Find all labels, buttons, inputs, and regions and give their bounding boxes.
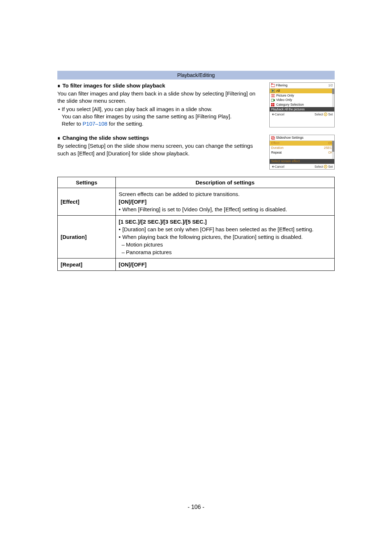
screen-title-row: Slideshow Settings <box>270 135 334 141</box>
footer-cancel[interactable]: Cancel <box>275 113 284 116</box>
scrollbar-thumb[interactable] <box>332 141 334 152</box>
back-icon <box>271 113 275 116</box>
list-item[interactable]: Repeat ON <box>270 150 334 155</box>
back-icon <box>271 165 275 168</box>
heading-filter: To filter images for slide show playback <box>57 82 264 89</box>
setting-desc: [ON]/[OFF] <box>116 258 335 271</box>
footer-set: Set <box>328 113 333 116</box>
para-filter: You can filter images and play them back… <box>57 90 264 105</box>
desc-note: When playing back the following pictures… <box>119 233 331 241</box>
footer-select: Select <box>315 113 323 116</box>
info-bar: Playback All the pictures <box>270 107 334 111</box>
svg-rect-14 <box>271 137 274 139</box>
link-p107[interactable]: P107 <box>83 121 95 127</box>
dial-icon <box>324 113 327 116</box>
setting-name: [Duration] <box>58 216 116 258</box>
scrollbar[interactable] <box>332 89 334 107</box>
svg-rect-6 <box>271 99 274 101</box>
table-row: [Duration] [1 SEC.]/[2 SEC.]/[3 SEC.]/[5… <box>58 216 335 258</box>
para-settings: By selecting [Setup] on the slide show m… <box>57 142 264 157</box>
desc-note: When [Filtering] is set to [Video Only],… <box>119 205 331 213</box>
table-row: [Repeat] [ON]/[OFF] <box>58 258 335 271</box>
item-value: 2SEC. <box>324 146 333 150</box>
list-item[interactable]: All <box>270 89 334 93</box>
svg-rect-15 <box>272 137 275 139</box>
setting-name: [Effect] <box>58 188 116 216</box>
page-number: - 106 - <box>0 504 392 510</box>
play-icon <box>271 89 275 93</box>
page-count: 1/2 <box>328 83 333 87</box>
screen-list: All Picture Only Video Only <box>270 89 334 107</box>
svg-rect-10 <box>271 105 273 106</box>
screen-list: Effect ON Duration 2SEC. Repeat ON <box>270 141 334 159</box>
svg-point-17 <box>325 166 326 167</box>
table-row: [Effect] Screen effects can be added to … <box>58 188 335 216</box>
dial-icon <box>324 165 327 168</box>
svg-rect-0 <box>271 84 275 87</box>
svg-rect-9 <box>273 103 274 105</box>
col-description: Description of settings <box>116 177 335 188</box>
footer-select: Select <box>315 165 323 168</box>
desc-line: Screen effects can be added to picture t… <box>119 190 331 198</box>
svg-point-13 <box>325 114 326 115</box>
slideshow-icon <box>271 136 275 140</box>
screen-filtering: Filtering 1/2 All Picture Only <box>269 82 335 127</box>
svg-rect-8 <box>271 103 273 105</box>
video-icon <box>271 98 275 102</box>
item-label: All <box>276 89 280 93</box>
list-item[interactable]: Duration 2SEC. <box>270 146 334 150</box>
screen-slideshow-settings: Slideshow Settings Effect ON Duration 2S… <box>269 135 335 170</box>
scrollbar-thumb[interactable] <box>332 89 334 94</box>
screen-title-row: Filtering 1/2 <box>270 83 334 89</box>
desc-subitem: Motion pictures <box>119 241 331 248</box>
section-header: Playback/Editing <box>57 71 335 80</box>
item-label: Category Selection <box>276 103 304 107</box>
col-settings: Settings <box>58 177 116 188</box>
bullet-filter-play: You can also filter images by using the … <box>58 113 264 120</box>
svg-rect-1 <box>271 83 273 84</box>
svg-point-5 <box>272 95 274 96</box>
desc-options: [1 SEC.]/[2 SEC.]/[3 SEC.]/[5 SEC.] <box>119 218 331 225</box>
camera-icon <box>271 94 275 97</box>
svg-rect-11 <box>273 105 274 106</box>
desc-options: [ON]/[OFF] <box>119 198 331 205</box>
item-label: Video Only <box>276 98 292 102</box>
item-label: Picture Only <box>276 94 294 98</box>
desc-options: [ON]/[OFF] <box>119 261 147 268</box>
category-icon <box>271 103 275 107</box>
heading-settings: Changing the slide show settings <box>57 135 264 141</box>
footer-cancel[interactable]: Cancel <box>275 165 284 168</box>
section-filter-images: To filter images for slide show playback… <box>57 82 335 127</box>
section-change-settings: Changing the slide show settings By sele… <box>57 135 335 170</box>
screen-title: Slideshow Settings <box>276 136 303 140</box>
list-item[interactable]: Category Selection <box>270 102 334 107</box>
list-item[interactable]: Effect ON <box>270 141 334 146</box>
manual-page: Playback/Editing To filter images for sl… <box>0 0 392 271</box>
bullet-all: If you select [All], you can play back a… <box>58 106 264 113</box>
text: for the setting. <box>107 121 143 127</box>
table-header-row: Settings Description of settings <box>58 177 335 188</box>
bullet-refer: Refer to P107–108 for the setting. <box>58 120 264 127</box>
spacer <box>270 155 334 159</box>
setting-desc: [1 SEC.]/[2 SEC.]/[3 SEC.]/[5 SEC.] [Dur… <box>116 216 335 258</box>
list-item[interactable]: Video Only <box>270 98 334 102</box>
folder-icon <box>271 83 275 87</box>
link-sep: – <box>95 121 98 127</box>
svg-marker-3 <box>272 90 274 92</box>
screen-footer: Cancel Select Set <box>270 164 334 169</box>
screen-title: Filtering <box>276 83 287 87</box>
text: Refer to <box>62 121 83 127</box>
link-108[interactable]: 108 <box>98 121 107 127</box>
footer-set: Set <box>328 165 333 168</box>
item-label: Duration <box>271 146 283 150</box>
desc-subitem: Panorama pictures <box>119 248 331 256</box>
desc-note: [Duration] can be set only when [OFF] ha… <box>119 225 331 233</box>
scrollbar[interactable] <box>332 141 334 159</box>
setting-desc: Screen effects can be added to picture t… <box>116 188 335 216</box>
item-label: Effect <box>271 141 279 145</box>
setting-name: [Repeat] <box>58 258 116 271</box>
item-label: Repeat <box>271 151 282 155</box>
screen-footer: Cancel Select Set <box>270 111 334 117</box>
info-bar: Select screen effect <box>270 159 334 164</box>
list-item[interactable]: Picture Only <box>270 93 334 98</box>
